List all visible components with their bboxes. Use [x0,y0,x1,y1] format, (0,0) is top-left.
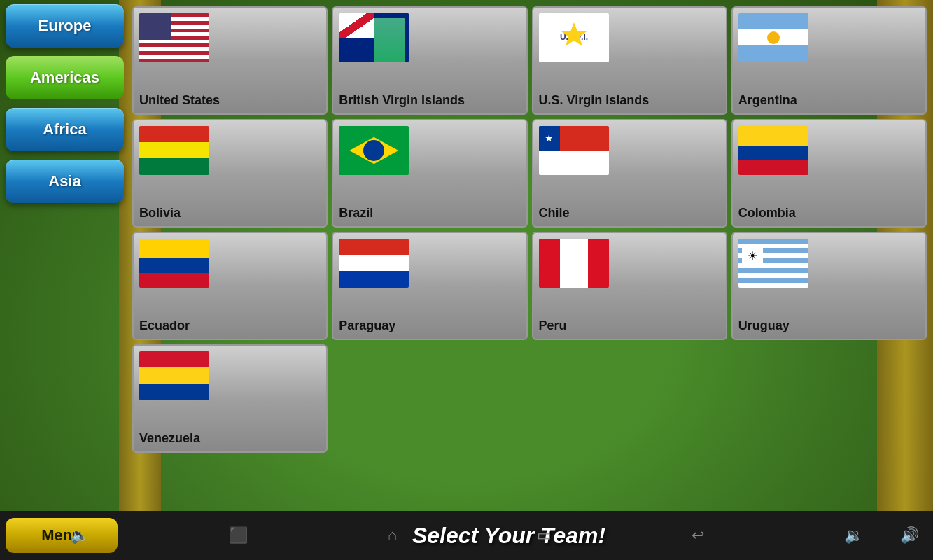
team-card-bra[interactable]: Brazil [332,119,527,227]
content-area: United States British Virgin Islands [129,0,933,511]
team-name-par: Paraguay [339,314,395,333]
team-name-usa: United States [139,89,220,108]
sidebar: Europe Americas Africa Asia [0,0,129,511]
volume-icon[interactable]: 🔊 [900,526,919,545]
team-name-bol: Bolivia [139,202,181,220]
teams-grid: United States British Virgin Islands [129,4,930,456]
team-name-bvi: British Virgin Islands [339,89,465,108]
team-card-uru[interactable]: ☀ Uruguay [731,232,927,340]
volume-down-icon[interactable]: 🔈 [70,526,89,545]
team-name-arg: Argentina [738,89,797,108]
flag-ven [139,351,209,400]
recent-apps-icon[interactable]: ▭ [537,526,552,545]
flag-bvi [339,13,409,62]
flag-ecu [139,239,209,288]
main-container: Europe Americas Africa Asia United St [0,0,933,511]
team-card-ven[interactable]: Venezuela [132,344,328,453]
team-name-ecu: Ecuador [139,314,190,333]
team-name-usvi: U.S. Virgin Islands [539,89,650,108]
flag-bra [339,126,409,175]
team-name-chi: Chile [539,202,570,220]
flag-usa [139,13,209,62]
team-card-usa[interactable]: United States [132,6,328,115]
volume-up-icon[interactable]: 🔉 [844,526,863,545]
home-icon[interactable]: ⌂ [388,526,397,545]
team-card-col[interactable]: Colombia [731,119,927,227]
team-card-per[interactable]: Peru [532,232,727,340]
flag-par [339,239,409,288]
menu-button[interactable]: Menu [6,518,118,553]
flag-chi: ★ [539,126,609,175]
flag-arg [738,13,808,62]
team-name-bra: Brazil [339,202,373,220]
sidebar-item-asia[interactable]: Asia [6,160,124,203]
flag-col [738,126,808,175]
flag-per [539,239,609,288]
svg-marker-1 [561,22,587,46]
nav-icons-right: 🔊 [900,526,933,545]
flag-uru: ☀ [738,239,808,288]
bottom-bar: Menu Select Your Team! 🔊 [0,511,933,560]
team-name-ven: Venezuela [139,427,200,446]
team-card-bol[interactable]: Bolivia [132,119,328,227]
back-icon[interactable]: ↩ [692,526,704,545]
sidebar-item-americas[interactable]: Americas [6,56,124,99]
team-card-bvi[interactable]: British Virgin Islands [332,6,527,115]
team-card-chi[interactable]: ★ Chile [532,119,727,227]
flag-bol [139,126,209,175]
team-card-ecu[interactable]: Ecuador [132,232,328,340]
team-card-par[interactable]: Paraguay [332,232,527,340]
sidebar-item-africa[interactable]: Africa [6,108,124,151]
team-name-uru: Uruguay [738,314,790,333]
team-name-col: Colombia [738,202,796,220]
flag-usvi: U.S.V.I. [539,13,609,62]
sidebar-item-europe[interactable]: Europe [6,4,124,48]
team-name-per: Peru [539,314,567,333]
back-square-icon[interactable]: ⬛ [229,526,248,545]
team-card-arg[interactable]: Argentina [731,6,927,115]
team-card-usvi[interactable]: U.S.V.I. U.S. Virgin Islands [532,6,727,115]
